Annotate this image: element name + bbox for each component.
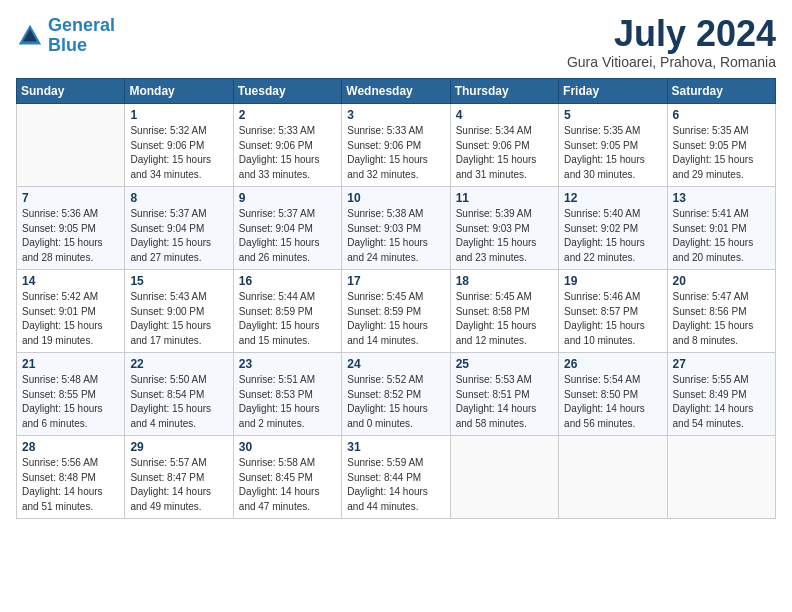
- day-info: Sunrise: 5:53 AMSunset: 8:51 PMDaylight:…: [456, 373, 553, 431]
- day-info: Sunrise: 5:58 AMSunset: 8:45 PMDaylight:…: [239, 456, 336, 514]
- day-number: 7: [22, 191, 119, 205]
- day-info: Sunrise: 5:45 AMSunset: 8:58 PMDaylight:…: [456, 290, 553, 348]
- month-title: July 2024: [567, 16, 776, 52]
- calendar-cell: 20Sunrise: 5:47 AMSunset: 8:56 PMDayligh…: [667, 270, 775, 353]
- day-info: Sunrise: 5:35 AMSunset: 9:05 PMDaylight:…: [673, 124, 770, 182]
- day-info: Sunrise: 5:38 AMSunset: 9:03 PMDaylight:…: [347, 207, 444, 265]
- calendar-cell: [17, 104, 125, 187]
- calendar-cell: [450, 436, 558, 519]
- calendar-cell: 26Sunrise: 5:54 AMSunset: 8:50 PMDayligh…: [559, 353, 667, 436]
- calendar-cell: [559, 436, 667, 519]
- day-number: 26: [564, 357, 661, 371]
- day-info: Sunrise: 5:33 AMSunset: 9:06 PMDaylight:…: [347, 124, 444, 182]
- day-number: 22: [130, 357, 227, 371]
- calendar-cell: 22Sunrise: 5:50 AMSunset: 8:54 PMDayligh…: [125, 353, 233, 436]
- day-number: 8: [130, 191, 227, 205]
- calendar-cell: 13Sunrise: 5:41 AMSunset: 9:01 PMDayligh…: [667, 187, 775, 270]
- weekday-header-monday: Monday: [125, 79, 233, 104]
- day-number: 12: [564, 191, 661, 205]
- page-header: General Blue July 2024 Gura Vitioarei, P…: [16, 16, 776, 70]
- day-info: Sunrise: 5:46 AMSunset: 8:57 PMDaylight:…: [564, 290, 661, 348]
- day-info: Sunrise: 5:44 AMSunset: 8:59 PMDaylight:…: [239, 290, 336, 348]
- calendar-cell: 9Sunrise: 5:37 AMSunset: 9:04 PMDaylight…: [233, 187, 341, 270]
- day-info: Sunrise: 5:43 AMSunset: 9:00 PMDaylight:…: [130, 290, 227, 348]
- day-number: 24: [347, 357, 444, 371]
- calendar-cell: 23Sunrise: 5:51 AMSunset: 8:53 PMDayligh…: [233, 353, 341, 436]
- day-info: Sunrise: 5:57 AMSunset: 8:47 PMDaylight:…: [130, 456, 227, 514]
- calendar-cell: 3Sunrise: 5:33 AMSunset: 9:06 PMDaylight…: [342, 104, 450, 187]
- day-number: 3: [347, 108, 444, 122]
- calendar-cell: 15Sunrise: 5:43 AMSunset: 9:00 PMDayligh…: [125, 270, 233, 353]
- calendar-cell: 6Sunrise: 5:35 AMSunset: 9:05 PMDaylight…: [667, 104, 775, 187]
- weekday-header-friday: Friday: [559, 79, 667, 104]
- calendar-cell: 14Sunrise: 5:42 AMSunset: 9:01 PMDayligh…: [17, 270, 125, 353]
- calendar-cell: 31Sunrise: 5:59 AMSunset: 8:44 PMDayligh…: [342, 436, 450, 519]
- day-number: 23: [239, 357, 336, 371]
- day-number: 1: [130, 108, 227, 122]
- logo: General Blue: [16, 16, 115, 56]
- day-info: Sunrise: 5:37 AMSunset: 9:04 PMDaylight:…: [239, 207, 336, 265]
- calendar-cell: 28Sunrise: 5:56 AMSunset: 8:48 PMDayligh…: [17, 436, 125, 519]
- day-number: 27: [673, 357, 770, 371]
- calendar-cell: 5Sunrise: 5:35 AMSunset: 9:05 PMDaylight…: [559, 104, 667, 187]
- day-number: 29: [130, 440, 227, 454]
- calendar-cell: 4Sunrise: 5:34 AMSunset: 9:06 PMDaylight…: [450, 104, 558, 187]
- day-number: 20: [673, 274, 770, 288]
- calendar-cell: 10Sunrise: 5:38 AMSunset: 9:03 PMDayligh…: [342, 187, 450, 270]
- calendar-cell: 27Sunrise: 5:55 AMSunset: 8:49 PMDayligh…: [667, 353, 775, 436]
- day-info: Sunrise: 5:35 AMSunset: 9:05 PMDaylight:…: [564, 124, 661, 182]
- title-block: July 2024 Gura Vitioarei, Prahova, Roman…: [567, 16, 776, 70]
- day-number: 25: [456, 357, 553, 371]
- day-info: Sunrise: 5:33 AMSunset: 9:06 PMDaylight:…: [239, 124, 336, 182]
- day-info: Sunrise: 5:42 AMSunset: 9:01 PMDaylight:…: [22, 290, 119, 348]
- day-number: 15: [130, 274, 227, 288]
- day-info: Sunrise: 5:48 AMSunset: 8:55 PMDaylight:…: [22, 373, 119, 431]
- day-info: Sunrise: 5:32 AMSunset: 9:06 PMDaylight:…: [130, 124, 227, 182]
- day-number: 18: [456, 274, 553, 288]
- calendar-cell: 25Sunrise: 5:53 AMSunset: 8:51 PMDayligh…: [450, 353, 558, 436]
- calendar-cell: 11Sunrise: 5:39 AMSunset: 9:03 PMDayligh…: [450, 187, 558, 270]
- day-number: 4: [456, 108, 553, 122]
- day-number: 14: [22, 274, 119, 288]
- calendar-cell: 7Sunrise: 5:36 AMSunset: 9:05 PMDaylight…: [17, 187, 125, 270]
- day-info: Sunrise: 5:39 AMSunset: 9:03 PMDaylight:…: [456, 207, 553, 265]
- calendar-cell: 24Sunrise: 5:52 AMSunset: 8:52 PMDayligh…: [342, 353, 450, 436]
- day-number: 10: [347, 191, 444, 205]
- calendar-week-row: 21Sunrise: 5:48 AMSunset: 8:55 PMDayligh…: [17, 353, 776, 436]
- day-info: Sunrise: 5:51 AMSunset: 8:53 PMDaylight:…: [239, 373, 336, 431]
- day-info: Sunrise: 5:55 AMSunset: 8:49 PMDaylight:…: [673, 373, 770, 431]
- day-info: Sunrise: 5:41 AMSunset: 9:01 PMDaylight:…: [673, 207, 770, 265]
- day-number: 9: [239, 191, 336, 205]
- calendar-week-row: 1Sunrise: 5:32 AMSunset: 9:06 PMDaylight…: [17, 104, 776, 187]
- day-info: Sunrise: 5:50 AMSunset: 8:54 PMDaylight:…: [130, 373, 227, 431]
- calendar-cell: 1Sunrise: 5:32 AMSunset: 9:06 PMDaylight…: [125, 104, 233, 187]
- weekday-header-saturday: Saturday: [667, 79, 775, 104]
- calendar-cell: 29Sunrise: 5:57 AMSunset: 8:47 PMDayligh…: [125, 436, 233, 519]
- day-info: Sunrise: 5:37 AMSunset: 9:04 PMDaylight:…: [130, 207, 227, 265]
- calendar-table: SundayMondayTuesdayWednesdayThursdayFrid…: [16, 78, 776, 519]
- day-info: Sunrise: 5:34 AMSunset: 9:06 PMDaylight:…: [456, 124, 553, 182]
- day-info: Sunrise: 5:56 AMSunset: 8:48 PMDaylight:…: [22, 456, 119, 514]
- calendar-cell: 2Sunrise: 5:33 AMSunset: 9:06 PMDaylight…: [233, 104, 341, 187]
- day-number: 17: [347, 274, 444, 288]
- calendar-cell: 8Sunrise: 5:37 AMSunset: 9:04 PMDaylight…: [125, 187, 233, 270]
- day-number: 19: [564, 274, 661, 288]
- calendar-week-row: 14Sunrise: 5:42 AMSunset: 9:01 PMDayligh…: [17, 270, 776, 353]
- weekday-header-sunday: Sunday: [17, 79, 125, 104]
- day-number: 31: [347, 440, 444, 454]
- logo-icon: [16, 22, 44, 50]
- calendar-cell: 21Sunrise: 5:48 AMSunset: 8:55 PMDayligh…: [17, 353, 125, 436]
- day-number: 30: [239, 440, 336, 454]
- location: Gura Vitioarei, Prahova, Romania: [567, 54, 776, 70]
- day-info: Sunrise: 5:47 AMSunset: 8:56 PMDaylight:…: [673, 290, 770, 348]
- day-number: 2: [239, 108, 336, 122]
- day-number: 21: [22, 357, 119, 371]
- day-info: Sunrise: 5:36 AMSunset: 9:05 PMDaylight:…: [22, 207, 119, 265]
- day-number: 28: [22, 440, 119, 454]
- calendar-cell: 18Sunrise: 5:45 AMSunset: 8:58 PMDayligh…: [450, 270, 558, 353]
- calendar-cell: 12Sunrise: 5:40 AMSunset: 9:02 PMDayligh…: [559, 187, 667, 270]
- day-info: Sunrise: 5:59 AMSunset: 8:44 PMDaylight:…: [347, 456, 444, 514]
- day-info: Sunrise: 5:54 AMSunset: 8:50 PMDaylight:…: [564, 373, 661, 431]
- day-info: Sunrise: 5:40 AMSunset: 9:02 PMDaylight:…: [564, 207, 661, 265]
- day-number: 11: [456, 191, 553, 205]
